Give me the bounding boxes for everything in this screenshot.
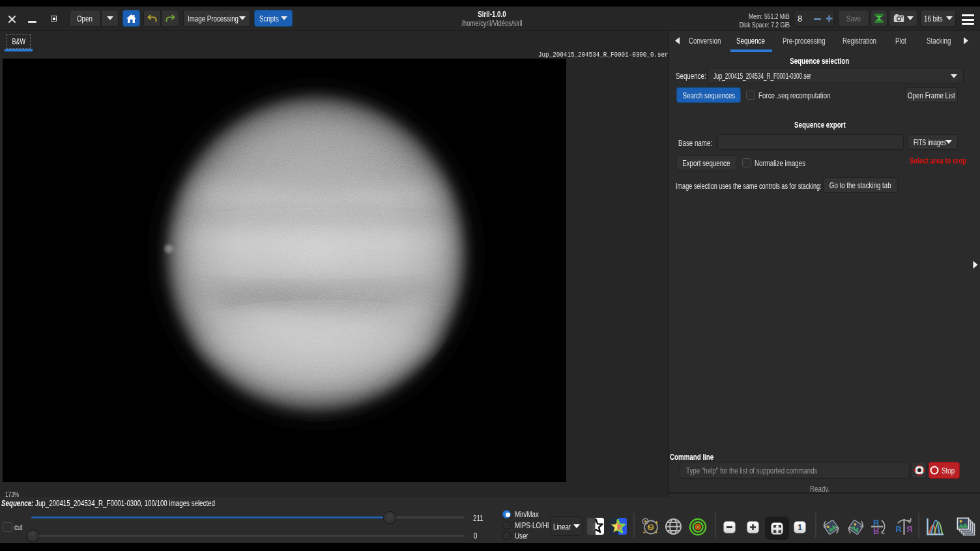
svg-text:R: R — [873, 526, 880, 536]
svg-text:R: R — [906, 524, 913, 534]
svg-text:R: R — [896, 524, 902, 534]
